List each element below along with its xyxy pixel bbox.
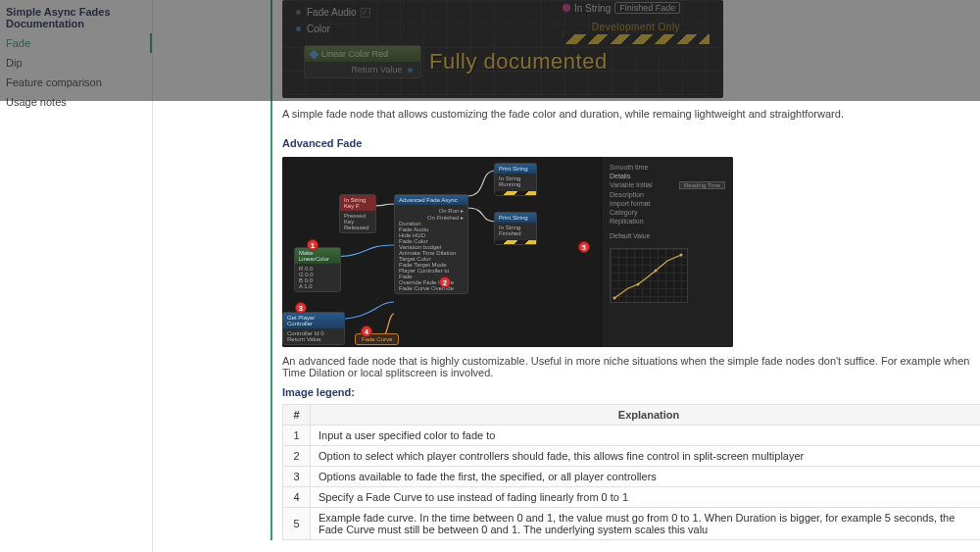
color-row: Color xyxy=(296,21,370,37)
marker-5: 5 xyxy=(578,241,590,253)
sidebar-item-usage-notes[interactable]: Usage notes xyxy=(0,92,152,112)
fully-documented-banner: Fully documented xyxy=(429,49,608,75)
image-legend-heading: Image legend: xyxy=(282,386,976,398)
linear-color-node: Linear Color Red Return Value xyxy=(304,45,421,78)
print-finished-node: Print String In String Finished xyxy=(494,212,537,245)
table-row: 5Example fade curve. In the time between… xyxy=(283,508,981,540)
panel-dropdown[interactable]: Reading Time xyxy=(679,181,725,189)
table-row: 4Specify a Fade Curve to use instead of … xyxy=(283,487,981,508)
svg-point-0 xyxy=(613,297,616,300)
in-string-label: In String xyxy=(574,3,611,14)
table-row: 3Options available to fade the first, th… xyxy=(283,467,981,487)
pink-dot-icon xyxy=(563,4,570,12)
linear-color-label: Linear Color Red xyxy=(321,49,388,59)
fade-audio-label: Fade Audio xyxy=(307,7,357,18)
input-key-node-title: In String Key F xyxy=(340,195,375,211)
sidebar-item-dip[interactable]: Dip xyxy=(0,53,152,73)
table-row: 2Option to select which player controlle… xyxy=(283,446,981,467)
curve-minigraph xyxy=(610,248,688,303)
table-row: 1Input a user specified color to fade to xyxy=(283,426,981,446)
make-linearcolor-node: Make LinearColor R 0.0G 0.0B 0.0A 1.0 xyxy=(294,247,341,292)
marker-1: 1 xyxy=(307,239,318,251)
print-node: In String Finished Fade Development Only xyxy=(563,0,710,44)
fade-section: Fade Audio ✓ Color Linear Color Red Retu… xyxy=(270,0,976,540)
development-only-label: Development Only xyxy=(563,22,710,32)
fade-audio-row: Fade Audio ✓ xyxy=(296,4,370,21)
marker-2: 2 xyxy=(439,276,451,288)
diamond-icon xyxy=(310,49,319,59)
advanced-fade-node: Advanced Fade Async On Run ▸ On Finished… xyxy=(394,194,468,294)
get-player-controller-node: Get Player Controller Controller Id 0 Re… xyxy=(282,312,345,345)
marker-3: 3 xyxy=(295,302,307,314)
finished-fade-box: Finished Fade xyxy=(614,2,680,14)
fade-audio-checkbox[interactable]: ✓ xyxy=(361,8,370,18)
sidebar: Simple Async Fades Documentation Fade Di… xyxy=(0,0,153,552)
legend-table: # Explanation 1Input a user specified co… xyxy=(282,404,980,540)
return-value-label: Return Value xyxy=(352,65,403,75)
svg-point-2 xyxy=(655,270,658,273)
sidebar-title: Simple Async Fades Documentation xyxy=(0,0,152,33)
col-explanation: Explanation xyxy=(311,405,981,426)
print-running-node: Print String In String Running xyxy=(494,163,537,196)
advanced-fade-node-title: Advanced Fade Async xyxy=(395,195,467,205)
col-num: # xyxy=(283,405,311,426)
advanced-fade-graphic: In String Key F Pressed Key Released Adv… xyxy=(282,157,733,347)
svg-point-3 xyxy=(680,254,683,257)
sidebar-item-feature-comparison[interactable]: Feature comparison xyxy=(0,73,152,92)
input-key-node: In String Key F Pressed Key Released xyxy=(339,194,376,233)
simple-fade-graphic: Fade Audio ✓ Color Linear Color Red Retu… xyxy=(282,0,723,98)
advanced-fade-heading: Advanced Fade xyxy=(282,137,976,149)
main-content: Fade Audio ✓ Color Linear Color Red Retu… xyxy=(153,0,980,552)
simple-fade-description: A simple fade node that allows customizi… xyxy=(282,108,976,120)
color-label: Color xyxy=(307,24,330,34)
sidebar-item-fade[interactable]: Fade xyxy=(0,33,152,53)
marker-4: 4 xyxy=(361,326,372,337)
hazard-stripes xyxy=(563,34,710,44)
details-panel: Smooth time Details Variable InitialRead… xyxy=(601,157,733,347)
advanced-fade-description: An advanced fade node that is highly cus… xyxy=(282,355,976,378)
svg-point-1 xyxy=(637,283,640,286)
